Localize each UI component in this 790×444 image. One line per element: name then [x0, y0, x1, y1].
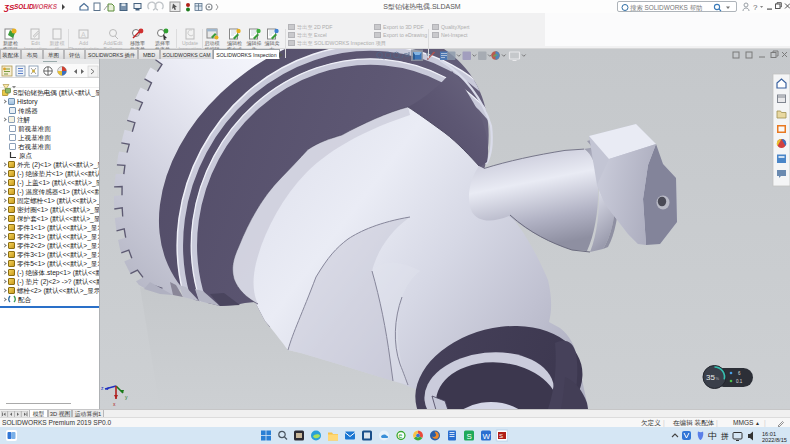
svg-text:A: A: [81, 31, 86, 38]
svg-text:35: 35: [706, 373, 715, 382]
svg-text:e: e: [399, 432, 403, 439]
svg-text:搜索 SOLIDWORKS 帮助: 搜索 SOLIDWORKS 帮助: [630, 4, 702, 12]
svg-text:S: S: [499, 433, 503, 439]
svg-text:S: S: [466, 432, 471, 441]
svg-text:拼: 拼: [720, 432, 729, 441]
svg-text:中: 中: [708, 431, 717, 441]
svg-text:2022/8/15: 2022/8/15: [762, 437, 787, 443]
svg-text:%: %: [716, 376, 720, 381]
svg-text:0.1: 0.1: [736, 379, 743, 384]
svg-text:SOLID: SOLID: [14, 3, 34, 10]
svg-text:W: W: [483, 432, 491, 441]
svg-text:?: ?: [753, 3, 758, 12]
